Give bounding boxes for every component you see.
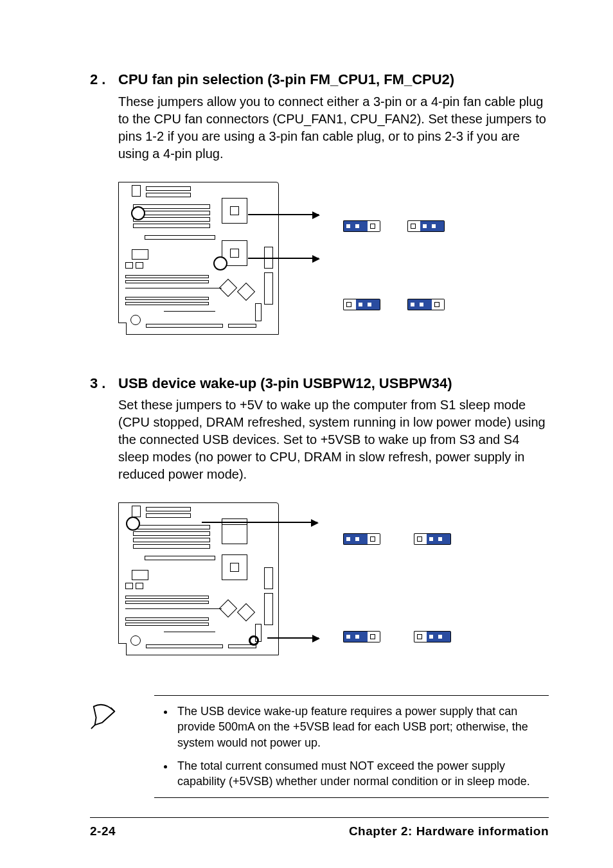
section-body: Set these jumpers to +5V to wake up the …: [90, 396, 549, 483]
jumper-setting-icon: [343, 220, 380, 232]
document-page: 2 . CPU fan pin selection (3-pin FM_CPU1…: [0, 0, 613, 868]
section-number: 3 .: [90, 375, 118, 393]
chapter-title: Chapter 2: Hardware information: [349, 824, 549, 838]
arrow-icon: [248, 258, 319, 259]
page-footer: 2-24 Chapter 2: Hardware information: [90, 817, 549, 838]
jumper-setting-icon: [343, 631, 380, 642]
section-heading: 3 . USB device wake-up (3-pin USBPW12, U…: [90, 375, 549, 393]
jumper-locator-icon: [131, 206, 145, 220]
section-title: CPU fan pin selection (3-pin FM_CPU1, FM…: [118, 71, 454, 89]
motherboard-outline-icon: [118, 502, 279, 655]
arrow-icon: [202, 522, 317, 523]
note-pencil-icon: [90, 722, 120, 733]
note-callout: The USB device wake-up feature requires …: [90, 695, 549, 797]
note-box: The USB device wake-up feature requires …: [154, 695, 549, 797]
note-item: The USB device wake-up feature requires …: [175, 704, 546, 750]
diagram-usb-wake: [118, 502, 542, 657]
jumper-locator-icon: [213, 256, 227, 270]
page-number: 2-24: [90, 824, 116, 838]
section-heading: 2 . CPU fan pin selection (3-pin FM_CPU1…: [90, 71, 549, 89]
section-title: USB device wake-up (3-pin USBPW12, USBPW…: [118, 375, 452, 393]
jumper-setting-icon: [407, 299, 445, 310]
section-body: These jumpers allow you to connect eithe…: [90, 93, 549, 163]
jumper-setting-icon: [407, 220, 445, 232]
arrow-icon: [267, 637, 319, 639]
jumper-setting-icon: [414, 631, 451, 642]
section-number: 2 .: [90, 71, 118, 89]
jumper-setting-icon: [343, 299, 380, 310]
arrow-icon: [248, 214, 319, 215]
section-cpu-fan: 2 . CPU fan pin selection (3-pin FM_CPU1…: [90, 71, 549, 336]
section-usb-wake: 3 . USB device wake-up (3-pin USBPW12, U…: [90, 375, 549, 657]
note-item: The total current consumed must NOT exce…: [175, 758, 546, 790]
jumper-setting-icon: [343, 533, 380, 545]
jumper-setting-icon: [414, 533, 451, 545]
diagram-cpu-fan: [118, 182, 542, 336]
